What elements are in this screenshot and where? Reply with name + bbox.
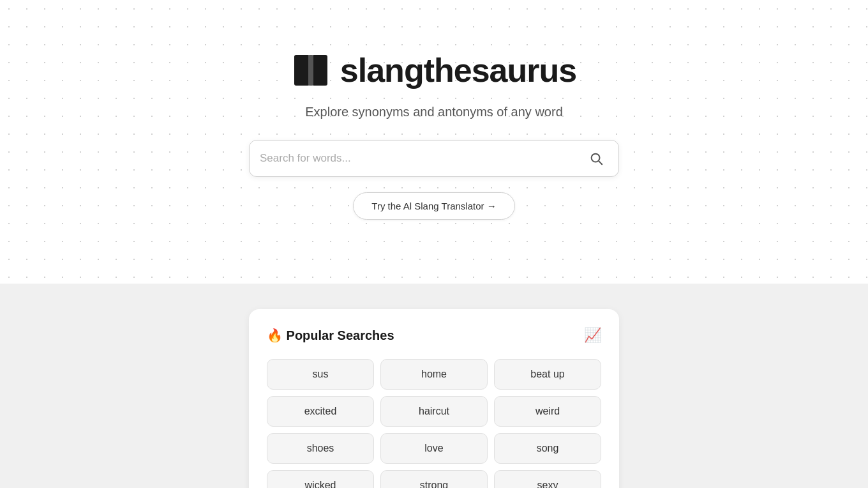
popular-tag-love[interactable]: love: [380, 433, 488, 464]
hero-section: slangthesaurus Explore synonyms and anto…: [0, 0, 868, 284]
trend-icon: 📈: [584, 327, 601, 344]
popular-tag-sexy[interactable]: sexy: [494, 470, 601, 488]
translator-button[interactable]: Try the Al Slang Translator →: [353, 192, 514, 220]
popular-tag-wicked[interactable]: wicked: [267, 470, 374, 488]
svg-rect-0: [294, 55, 310, 86]
svg-rect-1: [312, 55, 327, 86]
popular-tag-home[interactable]: home: [380, 359, 488, 390]
book-icon: [292, 51, 330, 89]
svg-rect-2: [308, 55, 313, 86]
search-input[interactable]: [260, 141, 584, 176]
popular-tag-beat-up[interactable]: beat up: [494, 359, 601, 390]
search-icon: [589, 151, 603, 165]
popular-tag-haircut[interactable]: haircut: [380, 396, 488, 427]
popular-tag-song[interactable]: song: [494, 433, 601, 464]
popular-section: 🔥 Popular Searches 📈 sus home beat up ex…: [0, 284, 868, 488]
popular-card: 🔥 Popular Searches 📈 sus home beat up ex…: [249, 309, 619, 488]
popular-tag-sus[interactable]: sus: [267, 359, 374, 390]
search-bar: [249, 140, 619, 177]
logo-text: slangthesaurus: [340, 51, 576, 89]
popular-grid: sus home beat up excited haircut weird s…: [267, 359, 601, 488]
popular-header: 🔥 Popular Searches 📈: [267, 327, 601, 344]
popular-tag-weird[interactable]: weird: [494, 396, 601, 427]
popular-title: 🔥 Popular Searches: [267, 328, 394, 343]
logo-container: slangthesaurus: [292, 51, 576, 89]
svg-line-4: [599, 161, 602, 164]
popular-tag-strong[interactable]: strong: [380, 470, 488, 488]
popular-tag-excited[interactable]: excited: [267, 396, 374, 427]
tagline: Explore synonyms and antonyms of any wor…: [305, 105, 563, 119]
popular-tag-shoes[interactable]: shoes: [267, 433, 374, 464]
search-button[interactable]: [584, 146, 608, 171]
